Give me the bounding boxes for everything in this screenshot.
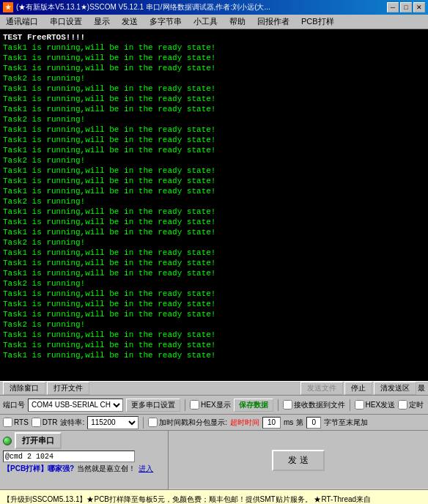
at-cmd-input[interactable] <box>3 451 135 462</box>
close-button[interactable]: ✕ <box>413 2 425 12</box>
stop-button[interactable]: 停止 <box>344 382 372 395</box>
menu-tools[interactable]: 小工具 <box>188 15 224 29</box>
send-area-row: 发 送 <box>169 431 428 489</box>
timeout-input[interactable] <box>262 417 281 429</box>
open-port-button[interactable]: 打开串口 <box>15 432 62 449</box>
terminal-line: Task1 is running,will be in the ready st… <box>3 53 425 63</box>
port-label: 端口号 <box>3 400 25 410</box>
pcb-enter-link[interactable]: 进入 <box>139 464 153 474</box>
add-newline-checkbox[interactable] <box>148 418 158 427</box>
app-icon: ★ <box>3 2 13 12</box>
terminal-line: Task1 is running,will be in the ready st… <box>3 268 425 278</box>
title-text: (★有新版本V5.13.1★)SSCOM V5.12.1 串口/网络数据调试器,… <box>16 2 270 12</box>
menu-multi-byte[interactable]: 多字节串 <box>144 15 188 29</box>
rts-group: RTS <box>3 418 29 427</box>
baud-select[interactable]: 115200 <box>87 416 139 429</box>
hex-display-group: HEX显示 <box>190 400 231 410</box>
clear-window-button[interactable]: 清除窗口 <box>3 382 45 395</box>
terminal-line: Task2 is running! <box>3 196 425 207</box>
menu-help[interactable]: 帮助 <box>224 15 251 29</box>
terminal-line: Task1 is running,will be in the ready st… <box>3 258 425 268</box>
menu-pcb[interactable]: PCB打样 <box>295 15 340 29</box>
divider4 <box>143 417 144 429</box>
terminal-line: Task1 is running,will be in the ready st… <box>3 145 425 155</box>
terminal-line: Task1 is running,will be in the ready st… <box>3 135 425 145</box>
terminal-line: Task1 is running,will be in the ready st… <box>3 340 425 350</box>
rts-checkbox[interactable] <box>3 418 12 427</box>
terminal-line: Task2 is running! <box>3 155 425 166</box>
hex-send-label: HEX发送 <box>366 400 396 410</box>
dtr-checkbox[interactable] <box>32 418 41 427</box>
menu-bar: 通讯端口 串口设置 显示 发送 多字节串 小工具 帮助 回报作者 PCB打样 <box>0 15 428 29</box>
maximize-button[interactable]: □ <box>400 2 412 12</box>
terminal-line: Task1 is running,will be in the ready st… <box>3 176 425 186</box>
hex-send-group: HEX发送 <box>355 400 396 410</box>
right-panel: 发 送 <box>169 431 428 489</box>
terminal-line: Task1 is running,will be in the ready st… <box>3 125 425 135</box>
terminal-line: Task1 is running,will be in the ready st… <box>3 84 425 94</box>
terminal-line: Task2 is running! <box>3 114 425 125</box>
terminal-line: Task1 is running,will be in the ready st… <box>3 248 425 258</box>
timed-send-checkbox[interactable] <box>398 400 407 410</box>
send-button[interactable]: 发 送 <box>272 450 324 471</box>
terminal-output: TEST FreeRTOS!!!!Task1 is running,will b… <box>0 29 428 381</box>
hex-send-checkbox[interactable] <box>355 400 364 410</box>
divider2 <box>278 399 278 411</box>
port-open-row: 打开串口 <box>3 432 165 449</box>
ms-label: ms <box>284 418 293 426</box>
minimize-button[interactable]: ─ <box>387 2 399 12</box>
save-data-button[interactable]: 保存数据 <box>234 399 273 412</box>
terminal-line: Task1 is running,will be in the ready st… <box>3 42 425 53</box>
hex-display-label: HEX显示 <box>201 400 231 410</box>
receive-to-file-checkbox[interactable] <box>283 400 292 410</box>
multi-port-button[interactable]: 更多串口设置 <box>126 399 180 412</box>
receive-to-file-label: 接收数据到文件 <box>294 400 345 410</box>
promo-text: 【升级到SSCOM5.13.1】★PCB打样降至每板5元，免颜色费；顺丰包邮！提… <box>3 494 371 505</box>
port-select[interactable]: COM4 USB-SERIAL CH340 <box>28 399 123 412</box>
menu-send[interactable]: 发送 <box>116 15 144 29</box>
dtr-group: DTR <box>32 418 58 427</box>
frame-input[interactable] <box>306 417 321 429</box>
menu-display[interactable]: 显示 <box>88 15 116 29</box>
control-area: 打开串口 【PCB打样】哪家强? 当然就是嘉立创！ 进入 发 送 <box>0 431 428 489</box>
terminal-line: Task1 is running,will be in the ready st… <box>3 289 425 299</box>
terminal-line: Task1 is running,will be in the ready st… <box>3 309 425 319</box>
terminal-line: TEST FreeRTOS!!!! <box>3 32 425 42</box>
dtr-label: DTR <box>43 418 58 426</box>
pcb-promo-text2: 当然就是嘉立创！ <box>77 464 136 474</box>
divider3 <box>350 399 350 411</box>
settings-row2: RTS DTR 波特率: 115200 加时间戳和分包显示: 超时时间 ms 第… <box>0 415 428 431</box>
add-newline-label: 加时间戳和分包显示: <box>159 418 227 428</box>
byte-label: 字节至末尾加 <box>324 418 368 428</box>
bottom-toolbar: 清除窗口 打开文件 发送文件 停止 清发送区 最 <box>0 381 428 396</box>
terminal-line: Task2 is running! <box>3 237 425 248</box>
last-toolbar-item: 最 <box>418 383 425 393</box>
timed-send-label: 定时 <box>409 400 424 410</box>
terminal-line: Task1 is running,will be in the ready st… <box>3 330 425 340</box>
promo-bar: 【升级到SSCOM5.13.1】★PCB打样降至每板5元，免颜色费；顺丰包邮！提… <box>0 489 428 504</box>
terminal-line: Task1 is running,will be in the ready st… <box>3 207 425 217</box>
terminal-line: Task2 is running! <box>3 73 425 84</box>
terminal-line: Task1 is running,will be in the ready st… <box>3 94 425 104</box>
baud-label: 波特率: <box>60 418 84 428</box>
send-input-row <box>3 451 165 462</box>
pcb-promo-row: 【PCB打样】哪家强? 当然就是嘉立创！ 进入 <box>3 464 165 474</box>
terminal-line: Task1 is running,will be in the ready st… <box>3 350 425 360</box>
terminal-line: Task1 is running,will be in the ready st… <box>3 217 425 227</box>
hex-display-checkbox[interactable] <box>190 400 199 410</box>
terminal-line: Task1 is running,will be in the ready st… <box>3 186 425 196</box>
clear-send-area-button[interactable]: 清发送区 <box>374 382 416 395</box>
open-file-button[interactable]: 打开文件 <box>47 382 89 395</box>
receive-to-file-group: 接收数据到文件 <box>283 400 345 410</box>
terminal-line: Task1 is running,will be in the ready st… <box>3 166 425 176</box>
menu-serial-settings[interactable]: 串口设置 <box>44 15 88 29</box>
timed-send-group: 定时 <box>398 400 424 410</box>
terminal-line: Task2 is running! <box>3 319 425 330</box>
add-newline-group: 加时间戳和分包显示: <box>148 418 227 428</box>
left-panel: 打开串口 【PCB打样】哪家强? 当然就是嘉立创！ 进入 <box>0 431 169 489</box>
send-file-button[interactable]: 发送文件 <box>300 382 343 395</box>
menu-report-author[interactable]: 回报作者 <box>251 15 295 29</box>
menu-comm-port[interactable]: 通讯端口 <box>0 15 44 29</box>
terminal-line: Task1 is running,will be in the ready st… <box>3 299 425 309</box>
terminal-line: Task2 is running! <box>3 278 425 289</box>
